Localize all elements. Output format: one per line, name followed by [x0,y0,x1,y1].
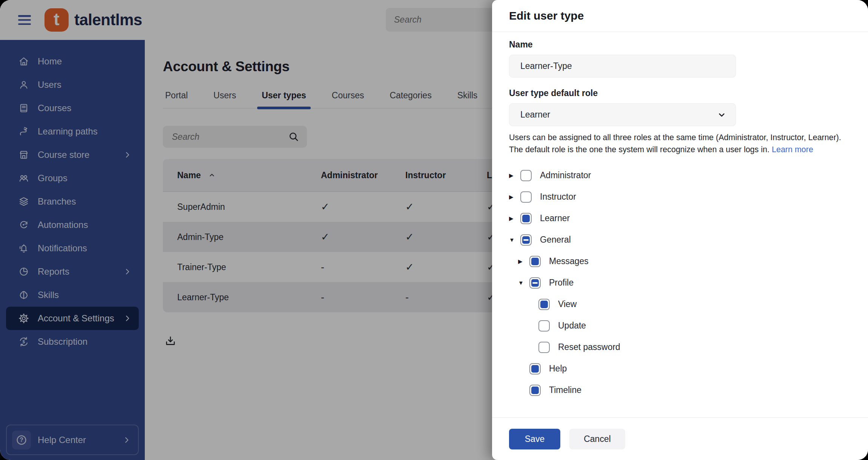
expander-collapsed-icon[interactable]: ▶ [518,258,526,265]
tree-item-reset-password: Reset password [527,336,851,358]
drawer-header: Edit user type [492,0,868,32]
name-label: Name [509,40,851,50]
drawer-footer: Save Cancel [492,417,868,460]
role-label: User type default role [509,88,851,98]
checkbox-profile[interactable] [529,277,541,289]
tree-item-profile: ▼ Profile [518,272,851,293]
helper-line-1: Users can be assigned to all three roles… [509,131,851,144]
checkbox-administrator[interactable] [520,170,532,181]
checkbox-instructor[interactable] [520,191,532,203]
expander-expanded-icon[interactable]: ▼ [509,237,517,243]
cancel-button[interactable]: Cancel [569,429,625,449]
helper-line-2: The default role is the one the system w… [509,144,851,156]
tree-item-administrator: ▶ Administrator [509,165,851,186]
permissions-tree: ▶ Administrator ▶ Instructor ▶ Learner ▼ [509,165,851,401]
checkbox-help[interactable] [529,363,541,374]
expander-expanded-icon[interactable]: ▼ [518,280,526,286]
expander-collapsed-icon[interactable]: ▶ [509,172,517,179]
checkbox-timeline[interactable] [529,385,541,396]
learn-more-link[interactable]: Learn more [772,145,813,154]
app-window: t talentlms Home Users Courses Learning … [0,0,868,460]
checkbox-messages[interactable] [529,256,541,267]
role-select[interactable]: Learner [509,103,736,126]
expander-collapsed-icon[interactable]: ▶ [509,194,517,200]
tree-item-messages: ▶ Messages [518,251,851,272]
tree-item-instructor: ▶ Instructor [509,186,851,208]
checkbox-learner[interactable] [520,213,532,224]
tree-item-view: View [527,293,851,315]
tree-item-help: Help [518,358,851,379]
chevron-down-icon [717,110,727,120]
name-field-wrap [509,55,736,78]
drawer-body: Name User type default role Learner User… [492,32,868,417]
tree-item-update: Update [527,315,851,336]
role-select-value: Learner [520,110,717,120]
helper-text: Users can be assigned to all three roles… [509,131,851,156]
save-button[interactable]: Save [509,429,560,449]
expander-collapsed-icon[interactable]: ▶ [509,215,517,222]
checkbox-view[interactable] [538,299,550,310]
tree-item-learner: ▶ Learner [509,208,851,229]
tree-item-timeline: Timeline [518,379,851,401]
checkbox-update[interactable] [538,320,550,332]
checkbox-reset-password[interactable] [538,342,550,353]
name-field[interactable] [520,61,727,71]
tree-item-general: ▼ General [509,229,851,251]
edit-user-type-drawer: Edit user type Name User type default ro… [492,0,868,460]
checkbox-general[interactable] [520,234,532,246]
drawer-title: Edit user type [509,9,584,22]
